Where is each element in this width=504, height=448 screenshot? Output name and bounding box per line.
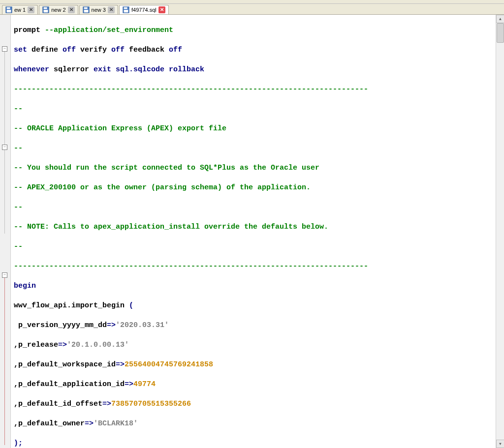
code-line: ----------------------------------------… xyxy=(14,262,493,271)
close-icon[interactable]: ✕ xyxy=(68,6,75,13)
file-icon xyxy=(5,6,12,13)
tab-label: new 2 xyxy=(51,7,65,13)
fold-toggle[interactable]: − xyxy=(2,46,7,52)
vertical-scrollbar[interactable]: ▲ ▼ xyxy=(496,15,504,448)
editor-area: − − − prompt --application/set_environme… xyxy=(0,15,504,448)
code-line: ,p_default_id_offset=>738570705515355266 xyxy=(14,399,493,409)
svg-rect-10 xyxy=(124,7,127,9)
file-icon xyxy=(123,6,129,13)
code-line: -- xyxy=(14,242,493,252)
tab-label: f49774.sql xyxy=(131,7,157,13)
scroll-up-button[interactable]: ▲ xyxy=(496,15,504,23)
fold-line xyxy=(4,278,5,445)
code-line: ----------------------------------------… xyxy=(14,85,493,94)
tab-new2[interactable]: new 2 ✕ xyxy=(39,5,78,15)
close-icon[interactable]: ✕ xyxy=(28,6,34,13)
svg-rect-11 xyxy=(124,10,128,12)
fold-toggle[interactable]: − xyxy=(2,272,7,278)
svg-rect-4 xyxy=(44,7,47,9)
code-editor[interactable]: prompt --application/set_environment set… xyxy=(11,15,496,448)
code-line: ,p_default_owner=>'BCLARK18' xyxy=(14,419,493,429)
code-line: p_version_yyyy_mm_dd=>'2020.03.31' xyxy=(14,321,493,330)
file-icon xyxy=(42,6,49,13)
toolbar-strip xyxy=(0,0,504,4)
code-line: -- xyxy=(14,104,493,114)
fold-gutter: − − − xyxy=(0,15,11,448)
code-line: ,p_default_application_id=>49774 xyxy=(14,380,493,389)
code-line: ,p_release=>'20.1.0.00.13' xyxy=(14,340,493,350)
fold-line xyxy=(4,52,5,145)
tab-bar: ew 1 ✕ new 2 ✕ new 3 ✕ f49774.sql ✕ xyxy=(0,4,504,15)
svg-rect-2 xyxy=(7,10,11,12)
code-line: -- xyxy=(14,203,493,212)
tab-f49774[interactable]: f49774.sql ✕ xyxy=(119,5,169,15)
svg-rect-5 xyxy=(44,10,48,12)
code-line: -- NOTE: Calls to apex_application_insta… xyxy=(14,222,493,232)
tab-new3[interactable]: new 3 ✕ xyxy=(79,5,118,15)
code-line: prompt --application/set_environment xyxy=(14,26,493,35)
close-icon[interactable]: ✕ xyxy=(108,6,115,13)
svg-rect-8 xyxy=(84,10,88,12)
code-line: set define off verify off feedback off xyxy=(14,45,493,55)
fold-line xyxy=(4,150,5,234)
file-icon xyxy=(83,6,90,13)
tab-label: ew 1 xyxy=(14,7,26,13)
tab-label: new 3 xyxy=(92,7,106,13)
svg-rect-7 xyxy=(84,7,87,9)
tab-new1[interactable]: ew 1 ✕ xyxy=(2,5,38,15)
code-line: -- APEX_200100 or as the owner (parsing … xyxy=(14,183,493,193)
code-line: -- You should run the script connected t… xyxy=(14,163,493,173)
svg-rect-1 xyxy=(7,7,10,9)
scroll-thumb[interactable] xyxy=(497,23,504,43)
close-icon[interactable]: ✕ xyxy=(158,6,165,13)
fold-toggle[interactable]: − xyxy=(2,145,7,150)
code-line: -- ORACLE Application Express (APEX) exp… xyxy=(14,124,493,134)
code-line: begin xyxy=(14,281,493,291)
code-line: wwv_flow_api.import_begin ( xyxy=(14,301,493,311)
code-line: whenever sqlerror exit sql.sqlcode rollb… xyxy=(14,65,493,75)
code-line: -- xyxy=(14,144,493,153)
code-line: ,p_default_workspace_id=>255640047457692… xyxy=(14,360,493,370)
scroll-down-button[interactable]: ▼ xyxy=(496,440,504,448)
code-line: ); xyxy=(14,439,493,448)
